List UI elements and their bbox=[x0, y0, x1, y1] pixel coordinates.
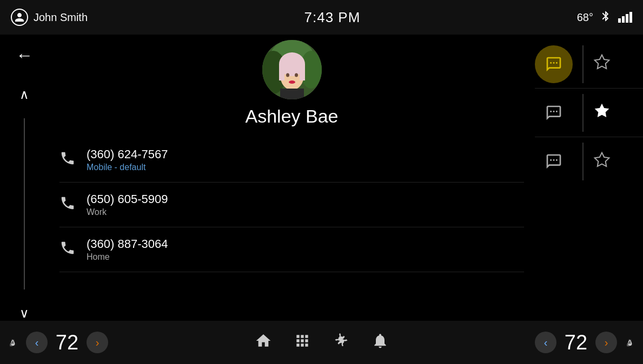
svg-point-10 bbox=[289, 80, 295, 84]
phone-row-2[interactable]: (650) 605-5909 Work bbox=[59, 183, 524, 227]
status-bar: John Smith 7:43 PM 68° bbox=[0, 0, 643, 35]
temp-left-increase-button[interactable]: › bbox=[87, 332, 108, 353]
svg-rect-6 bbox=[279, 64, 284, 80]
bottom-nav bbox=[108, 332, 535, 353]
heat-seat-right-icon bbox=[622, 334, 638, 352]
main-content: ← ∧ ∨ bbox=[0, 35, 643, 321]
bluetooth-icon bbox=[600, 10, 612, 25]
back-button[interactable]: ← bbox=[16, 45, 33, 65]
temp-right-increase-button[interactable]: › bbox=[595, 332, 617, 353]
temp-right-decrease-button[interactable]: ‹ bbox=[535, 332, 556, 353]
bottom-bar: ‹ 72 › ‹ 72 bbox=[0, 321, 643, 364]
heat-seat-left-icon bbox=[5, 334, 21, 352]
favorite-button-3[interactable] bbox=[593, 151, 611, 172]
grid-icon[interactable] bbox=[294, 332, 311, 353]
phone-list: (360) 624-7567 Mobile - default (650) 60… bbox=[59, 138, 524, 272]
scroll-up-icon[interactable]: ∧ bbox=[19, 87, 29, 102]
favorite-button-2[interactable] bbox=[593, 102, 611, 123]
phone-row-1[interactable]: (360) 624-7567 Mobile - default bbox=[59, 138, 524, 183]
contact-name: Ashley Bae bbox=[246, 106, 339, 127]
phone-details-2: (650) 605-5909 Work bbox=[87, 192, 524, 217]
temp-left-decrease-button[interactable]: ‹ bbox=[26, 332, 48, 353]
phone-row-3[interactable]: (360) 887-3064 Home bbox=[59, 227, 524, 272]
svg-point-8 bbox=[286, 73, 289, 77]
action-row-1 bbox=[535, 40, 643, 89]
message-button-3[interactable] bbox=[535, 143, 573, 180]
temp-left-value: 72 bbox=[51, 331, 83, 354]
message-button-1[interactable] bbox=[535, 45, 573, 83]
phone-details-1: (360) 624-7567 Mobile - default bbox=[87, 147, 524, 172]
action-row-2 bbox=[535, 89, 643, 137]
phone-label-1: Mobile - default bbox=[87, 163, 524, 172]
temp-left-control: ‹ 72 › bbox=[0, 331, 108, 354]
center-content: Ashley Bae (360) 624-7567 Mobile - defau… bbox=[49, 35, 535, 321]
temperature-display: 68° bbox=[577, 11, 593, 24]
phone-label-3: Home bbox=[87, 252, 524, 262]
phone-icon-2 bbox=[59, 195, 76, 215]
phone-details-3: (360) 887-3064 Home bbox=[87, 237, 524, 262]
bell-icon[interactable] bbox=[372, 332, 389, 353]
phone-number-2: (650) 605-5909 bbox=[87, 192, 524, 206]
action-divider-2 bbox=[582, 94, 584, 132]
temp-right-value: 72 bbox=[560, 331, 592, 354]
home-icon[interactable] bbox=[255, 332, 272, 353]
user-name: John Smith bbox=[34, 11, 88, 24]
fan-icon[interactable] bbox=[333, 332, 350, 353]
contact-avatar bbox=[262, 40, 322, 99]
scroll-down-icon[interactable]: ∨ bbox=[19, 306, 29, 321]
phone-number-3: (360) 887-3064 bbox=[87, 237, 524, 251]
scroll-divider bbox=[24, 118, 25, 289]
svg-point-9 bbox=[295, 73, 298, 77]
temp-right-control: ‹ 72 › bbox=[535, 331, 643, 354]
action-divider-1 bbox=[582, 45, 584, 83]
contact-header: Ashley Bae bbox=[59, 40, 524, 127]
favorite-button-1[interactable] bbox=[593, 53, 611, 75]
svg-rect-7 bbox=[300, 64, 305, 80]
phone-icon-3 bbox=[59, 240, 76, 260]
phone-label-2: Work bbox=[87, 207, 524, 217]
action-row-3 bbox=[535, 137, 643, 186]
message-button-2[interactable] bbox=[535, 94, 573, 132]
left-sidebar: ← ∧ ∨ bbox=[0, 35, 49, 321]
status-left: John Smith bbox=[11, 9, 88, 26]
status-right: 68° bbox=[577, 10, 632, 25]
status-time: 7:43 PM bbox=[304, 9, 360, 26]
signal-icon bbox=[618, 12, 632, 23]
right-actions bbox=[535, 35, 643, 321]
phone-number-1: (360) 624-7567 bbox=[87, 147, 524, 161]
user-avatar-icon bbox=[11, 9, 28, 26]
svg-rect-11 bbox=[280, 89, 304, 99]
action-divider-3 bbox=[582, 143, 584, 180]
phone-icon-1 bbox=[59, 150, 76, 170]
